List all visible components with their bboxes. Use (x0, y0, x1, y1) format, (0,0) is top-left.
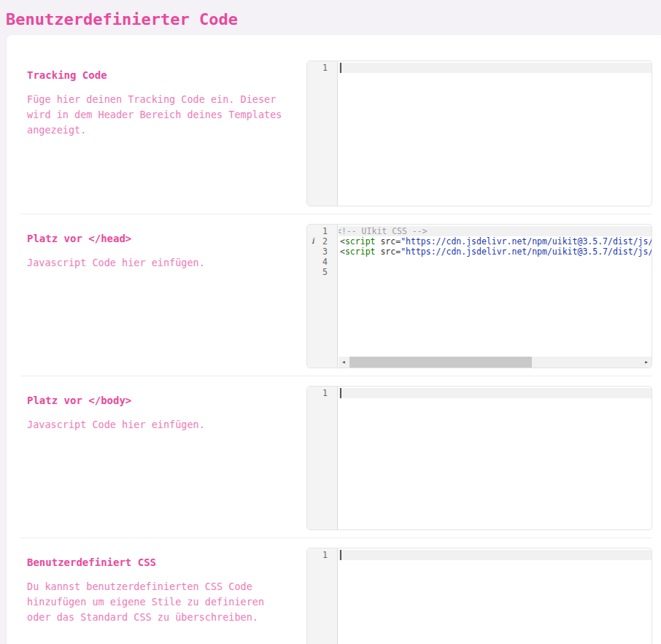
custom-code-card: Tracking Code Füge hier deinen Tracking … (7, 35, 661, 644)
code-line: <script src="https://cdn.jsdelivr.net/np… (339, 236, 652, 247)
editor-code-area (339, 548, 652, 644)
tracking-code-description: Füge hier deinen Tracking Code ein. Dies… (27, 92, 291, 138)
active-line-highlight (339, 550, 652, 560)
before-head-description: Javascript Code hier einfügen. (27, 255, 291, 271)
text-cursor (340, 388, 341, 398)
line-number: 1 (307, 63, 337, 73)
code-token: "https://cdn.jsdelivr.net/npm/uikit@3.5.… (401, 236, 652, 247)
lint-info-icon: i (312, 236, 314, 247)
custom-css-editor[interactable]: 1 (306, 548, 652, 644)
editor-gutter: 1 (307, 61, 338, 206)
scroll-right-icon[interactable]: ▸ (641, 357, 652, 368)
tracking-code-text: Tracking Code Füge hier deinen Tracking … (20, 61, 306, 138)
code-token: script (345, 236, 376, 247)
line-number: 1 (307, 388, 337, 398)
code-token: "https://cdn.jsdelivr.net/npm/uikit@3.5.… (401, 247, 652, 257)
horizontal-scrollbar[interactable]: ◂▸ (339, 357, 652, 368)
page-title: Benutzerdefinierter Code (6, 10, 661, 28)
code-token: < (340, 236, 345, 247)
tracking-code-editor[interactable]: 1 (306, 61, 652, 206)
before-head-heading: Platz vor </head> (27, 233, 306, 244)
before-body-text: Platz vor </body> Javascript Code hier e… (20, 386, 306, 432)
code-line: <!-- UIkit CSS --> (339, 226, 652, 236)
before-head-text: Platz vor </head> Javascript Code hier e… (20, 224, 306, 271)
editor-code-area (339, 387, 652, 529)
code-token: script (345, 247, 376, 257)
code-line (339, 257, 652, 267)
tracking-code-heading: Tracking Code (27, 69, 306, 81)
before-body-description: Javascript Code hier einfügen. (27, 417, 291, 432)
active-line-highlight (339, 63, 652, 73)
before-body-editor[interactable]: 1 (306, 386, 652, 530)
scrollbar-thumb[interactable] (349, 357, 532, 368)
custom-css-text: Benutzerdefiniert CSS Du kannst benutzer… (20, 548, 306, 625)
text-cursor (340, 63, 341, 73)
line-number: 4 (307, 257, 337, 267)
code-token: < (340, 247, 345, 257)
code-token: src (380, 247, 395, 257)
section-before-head: Platz vor </head> Javascript Code hier e… (7, 214, 661, 376)
text-cursor (340, 550, 341, 560)
before-head-editor[interactable]: 12345i<!-- UIkit CSS --><script src="htt… (306, 224, 652, 368)
editor-code-area: <!-- UIkit CSS --><script src="https://c… (339, 225, 652, 368)
custom-css-heading: Benutzerdefiniert CSS (27, 556, 306, 568)
editor-gutter: 12345i (307, 225, 338, 368)
editor-code-area (339, 61, 652, 206)
active-line-highlight (339, 388, 652, 398)
line-number: 1 (307, 550, 337, 560)
editor-gutter: 1 (307, 387, 338, 529)
section-custom-css: Benutzerdefiniert CSS Du kannst benutzer… (7, 538, 661, 644)
code-token: <!-- UIkit CSS --> (339, 226, 428, 236)
before-body-heading: Platz vor </body> (27, 395, 306, 406)
line-number: 3 (307, 247, 337, 257)
section-before-body: Platz vor </body> Javascript Code hier e… (7, 376, 661, 538)
line-number: 1 (307, 226, 337, 236)
custom-css-description: Du kannst benutzerdefinierten CSS Code h… (27, 579, 291, 625)
code-token: src (380, 236, 395, 247)
scroll-left-icon[interactable]: ◂ (339, 357, 349, 368)
section-tracking-code: Tracking Code Füge hier deinen Tracking … (7, 51, 661, 214)
code-line (339, 267, 652, 277)
code-line: <script src="https://cdn.jsdelivr.net/np… (339, 247, 652, 257)
editor-gutter: 1 (307, 548, 338, 644)
line-number: 5 (307, 267, 337, 277)
